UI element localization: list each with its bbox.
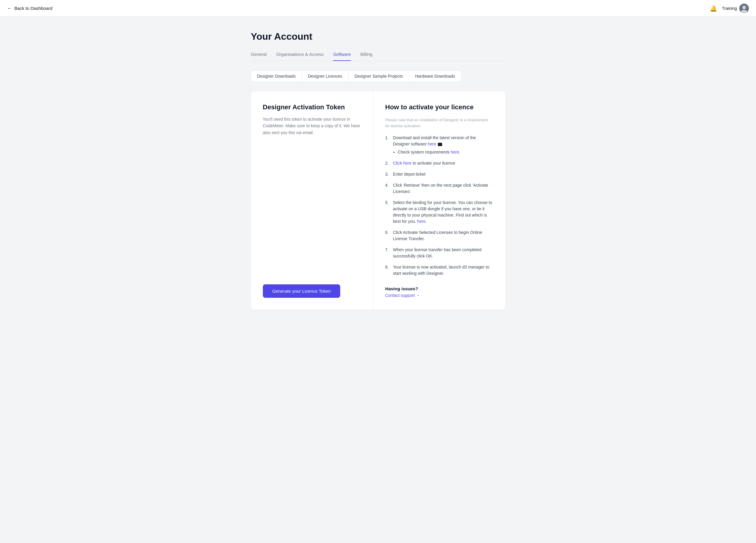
instruction-item-2: Click here to activate your licence: [385, 160, 493, 166]
left-panel-title: Designer Activation Token: [263, 103, 361, 111]
svg-point-1: [742, 6, 746, 9]
sub-tab-designer-sample-projects[interactable]: Designer Sample Projects: [349, 71, 409, 82]
instructions-list: Download and install the latest version …: [385, 135, 493, 277]
binding-here-link[interactable]: here: [417, 219, 425, 224]
sub-tab-designer-downloads[interactable]: Designer Downloads: [251, 71, 302, 82]
header: ← Back to Dashboard 🔔 Training: [0, 0, 756, 17]
instruction-item-1: Download and install the latest version …: [385, 135, 493, 155]
back-to-dashboard-link[interactable]: ← Back to Dashboard: [7, 6, 53, 11]
left-panel-description: You'll need this token to activate your …: [263, 116, 361, 136]
instruction-text-7: When your license transfer has been comp…: [393, 247, 493, 259]
instruction-text-1: Download and install the latest version …: [393, 135, 493, 155]
instruction-item-3: Enter depot ticket: [385, 171, 493, 177]
main-tabs: General Organisations & Access Software …: [251, 52, 505, 61]
requirements-here-link[interactable]: here: [451, 150, 459, 154]
sub-tab-designer-licences[interactable]: Designer Licences: [302, 71, 349, 82]
right-panel-title: How to activate your licence: [385, 103, 493, 111]
instruction-text-6: Click Activate Selected Licenses to begi…: [393, 229, 493, 242]
instruction-text-8: Your license is now activated, launch d3…: [393, 264, 493, 277]
monitor-icon: [438, 143, 442, 146]
sub-tabs: Designer Downloads Designer Licences Des…: [251, 70, 461, 82]
right-panel: How to activate your licence Please note…: [373, 91, 505, 310]
contact-support-label: Contact support →: [385, 293, 420, 298]
instruction-item-7: When your license transfer has been comp…: [385, 247, 493, 259]
tab-billing[interactable]: Billing: [361, 52, 372, 61]
contact-support-link[interactable]: Contact support →: [385, 293, 493, 298]
sub-bullet-list: Check system requirements here.: [393, 149, 493, 155]
left-panel: Designer Activation Token You'll need th…: [251, 91, 373, 310]
download-here-link[interactable]: here: [428, 142, 436, 146]
instruction-text-2: Click here to activate your licence: [393, 160, 493, 166]
sub-bullet-item: Check system requirements here.: [398, 149, 493, 155]
header-right: 🔔 Training: [710, 4, 749, 13]
page-title: Your Account: [251, 31, 505, 42]
instruction-item-5: Select the binding for your license. You…: [385, 200, 493, 225]
tab-general[interactable]: General: [251, 52, 267, 61]
back-label: Back to Dashboard: [14, 6, 53, 11]
click-here-link[interactable]: Click here: [393, 161, 412, 165]
instruction-text-3: Enter depot ticket: [393, 171, 493, 177]
having-issues-section: Having issues? Contact support →: [385, 286, 493, 298]
user-area[interactable]: Training: [722, 4, 749, 13]
tab-organisations-access[interactable]: Organisations & Access: [276, 52, 323, 61]
instruction-item-8: Your license is now activated, launch d3…: [385, 264, 493, 277]
sub-tab-hardware-downloads[interactable]: Hardware Downloads: [409, 71, 461, 82]
instruction-item-6: Click Activate Selected Licenses to begi…: [385, 229, 493, 242]
activation-card: Designer Activation Token You'll need th…: [251, 91, 505, 310]
avatar: [739, 4, 749, 13]
instruction-item-4: Click 'Retrieve' then on the next page c…: [385, 182, 493, 195]
instruction-text-5: Select the binding for your license. You…: [393, 200, 493, 225]
main-content: Your Account General Organisations & Acc…: [244, 17, 513, 324]
generate-licence-token-button[interactable]: Generate your Licence Token: [263, 284, 341, 298]
activation-note: Please note that an installation of Desi…: [385, 117, 493, 129]
user-name: Training: [722, 6, 737, 11]
bell-icon[interactable]: 🔔: [710, 5, 717, 12]
tab-software[interactable]: Software: [333, 52, 351, 61]
back-arrow-icon: ←: [7, 6, 12, 11]
having-issues-title: Having issues?: [385, 286, 493, 291]
instruction-text-4: Click 'Retrieve' then on the next page c…: [393, 182, 493, 195]
